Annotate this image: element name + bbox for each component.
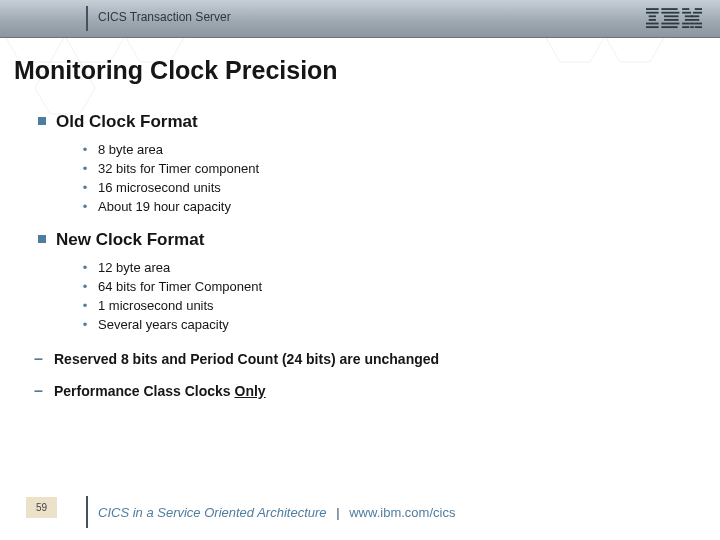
svg-rect-29	[690, 26, 694, 28]
bullet-dot-icon: •	[80, 178, 90, 197]
item-text: Several years capacity	[98, 315, 229, 334]
svg-rect-21	[693, 12, 702, 14]
section-heading-text: New Clock Format	[56, 230, 204, 250]
svg-rect-13	[661, 12, 679, 14]
header-divider	[86, 6, 88, 31]
section-heading: New Clock Format	[38, 230, 700, 250]
list-item: •1 microsecond units	[80, 296, 700, 315]
dash-bullet-icon: –	[34, 348, 44, 370]
svg-rect-17	[661, 26, 677, 28]
slide: CICS Transaction Server	[0, 0, 720, 540]
svg-rect-28	[682, 26, 689, 28]
bullet-dot-icon: •	[80, 258, 90, 277]
footer-text: CICS in a Service Oriented Architecture …	[98, 505, 455, 520]
note-text: Reserved 8 bits and Period Count (24 bit…	[54, 348, 439, 370]
item-text: 12 byte area	[98, 258, 170, 277]
svg-rect-30	[695, 26, 702, 28]
item-text: About 19 hour capacity	[98, 197, 231, 216]
header-product-name: CICS Transaction Server	[98, 10, 231, 24]
list-item: •64 bits for Timer Component	[80, 277, 700, 296]
svg-rect-7	[646, 12, 659, 14]
list-item: •32 bits for Timer component	[80, 159, 700, 178]
item-text: 16 microsecond units	[98, 178, 221, 197]
page-title: Monitoring Clock Precision	[14, 56, 338, 85]
note-performance: – Performance Class Clocks Only	[34, 380, 700, 402]
content-area: Old Clock Format •8 byte area •32 bits f…	[38, 112, 700, 402]
section-heading-text: Old Clock Format	[56, 112, 198, 132]
note-reserved: – Reserved 8 bits and Period Count (24 b…	[34, 348, 700, 370]
svg-rect-9	[649, 19, 656, 21]
svg-rect-11	[646, 26, 659, 28]
header-bar: CICS Transaction Server	[0, 0, 720, 38]
svg-rect-14	[664, 15, 678, 17]
footer-separator-icon: |	[336, 505, 339, 520]
footer-divider	[86, 496, 88, 528]
dash-bullet-icon: –	[34, 380, 44, 402]
list-item: •12 byte area	[80, 258, 700, 277]
svg-rect-27	[695, 23, 702, 25]
svg-rect-20	[682, 12, 691, 14]
bullet-dot-icon: •	[80, 159, 90, 178]
section-heading: Old Clock Format	[38, 112, 700, 132]
svg-rect-23	[691, 15, 699, 17]
svg-rect-18	[682, 8, 689, 10]
item-text: 32 bits for Timer component	[98, 159, 259, 178]
note-tail: Only	[235, 383, 266, 399]
bullet-dot-icon: •	[80, 315, 90, 334]
item-text: 1 microsecond units	[98, 296, 214, 315]
footer-site: www.ibm.com/cics	[349, 505, 455, 520]
square-bullet-icon	[38, 235, 46, 243]
svg-rect-12	[661, 8, 677, 10]
bullet-dot-icon: •	[80, 277, 90, 296]
bullet-dot-icon: •	[80, 140, 90, 159]
section-new-clock: New Clock Format •12 byte area •64 bits …	[38, 230, 700, 334]
list-item: •16 microsecond units	[80, 178, 700, 197]
item-text: 8 byte area	[98, 140, 163, 159]
svg-rect-15	[664, 19, 678, 21]
item-text: 64 bits for Timer Component	[98, 277, 262, 296]
svg-rect-8	[649, 15, 656, 17]
ibm-logo	[646, 8, 702, 34]
bullet-dot-icon: •	[80, 296, 90, 315]
svg-rect-25	[682, 23, 689, 25]
svg-rect-10	[646, 23, 659, 25]
list-item: •8 byte area	[80, 140, 700, 159]
note-text: Performance Class Clocks Only	[54, 380, 266, 402]
page-number: 59	[26, 497, 57, 518]
section-items: •12 byte area •64 bits for Timer Compone…	[80, 258, 700, 334]
svg-rect-6	[646, 8, 659, 10]
footer-tagline: CICS in a Service Oriented Architecture	[98, 505, 327, 520]
section-old-clock: Old Clock Format •8 byte area •32 bits f…	[38, 112, 700, 216]
svg-rect-19	[695, 8, 702, 10]
note-prefix: Performance Class Clocks	[54, 383, 235, 399]
svg-rect-24	[685, 19, 699, 21]
section-items: •8 byte area •32 bits for Timer componen…	[80, 140, 700, 216]
list-item: •Several years capacity	[80, 315, 700, 334]
list-item: •About 19 hour capacity	[80, 197, 700, 216]
svg-rect-16	[661, 23, 679, 25]
square-bullet-icon	[38, 117, 46, 125]
footer: 59 CICS in a Service Oriented Architectu…	[0, 488, 720, 540]
svg-rect-26	[689, 23, 694, 25]
bullet-dot-icon: •	[80, 197, 90, 216]
